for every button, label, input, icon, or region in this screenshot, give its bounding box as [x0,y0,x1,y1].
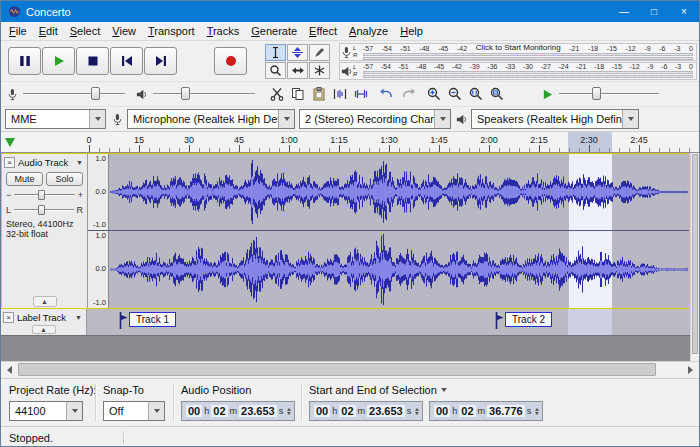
menu-item-transport[interactable]: Transport [142,23,201,39]
label-text[interactable]: Track 1 [129,312,176,327]
track-menu-arrow-icon[interactable]: ▼ [75,314,84,321]
zoom-in-button[interactable] [424,84,444,104]
skip-to-start-button[interactable] [110,47,143,75]
play-button[interactable] [42,47,75,75]
spinner-arrows-icon[interactable] [287,408,291,415]
collapse-track-button[interactable]: ▲ [32,325,56,334]
selection-start-field[interactable]: 00h 02m 23.653s [309,401,423,421]
close-button[interactable]: × [669,1,699,22]
slider-thumb[interactable] [592,87,601,100]
trim-audio-button[interactable] [330,84,350,104]
playback-volume-slider[interactable] [153,85,255,103]
gain-slider[interactable] [14,189,74,201]
spinner-arrows-icon[interactable] [415,408,419,415]
menu-item-select[interactable]: Select [64,23,107,39]
horizontal-scrollbar-track[interactable] [18,362,682,378]
envelope-tool-button[interactable] [287,44,308,61]
spinner-arrows-icon[interactable] [535,408,539,415]
label-track-control-panel: × Label Track ▼ ▲ [1,309,87,335]
paste-icon [311,86,327,102]
time-shift-tool-button[interactable] [287,62,308,79]
track-menu-arrow-icon[interactable]: ▼ [76,159,85,166]
minimize-button[interactable]: — [609,1,639,22]
multi-tool-button[interactable] [309,62,330,79]
pause-button[interactable] [8,47,41,75]
menu-item-effect[interactable]: Effect [303,23,343,39]
monitoring-hint[interactable]: Click to Start Monitoring [476,44,561,52]
cut-button[interactable] [267,84,287,104]
selection-range-label[interactable]: Start and End of Selection [309,384,447,396]
slider-thumb[interactable] [38,205,45,215]
menu-item-analyze[interactable]: Analyze [343,23,394,39]
pan-left-label: L [6,205,11,215]
close-track-button[interactable]: × [4,157,15,168]
recording-meter[interactable]: LR -57-54-51-48-45-42Click to Start Moni… [339,43,697,61]
playback-device-select[interactable]: Speakers (Realtek High Definiti [471,109,639,129]
solo-button[interactable]: Solo [46,172,83,186]
playback-meter[interactable]: LR -57-54-51-48-45-42-39-36-33-30-27-24-… [339,62,697,80]
timeline-pointer-icon[interactable] [5,138,15,147]
copy-button[interactable] [288,84,308,104]
menu-item-help[interactable]: Help [394,23,429,39]
scroll-left-button[interactable] [1,362,18,378]
dropdown-arrow-icon [66,402,82,420]
skip-end-icon [154,54,168,68]
slider-thumb[interactable] [38,190,45,200]
zoom-tool-button[interactable] [265,62,286,79]
dropdown-arrow-icon [434,110,450,128]
menu-item-generate[interactable]: Generate [245,23,303,39]
stop-button[interactable] [76,47,109,75]
audio-track[interactable]: × Audio Track ▼ Mute Solo − + L R [1,153,690,309]
close-track-button[interactable]: × [3,312,14,323]
skip-to-end-button[interactable] [144,47,177,75]
undo-button[interactable] [377,84,397,104]
menu-item-tracks[interactable]: Tracks [201,23,246,39]
audio-position-field[interactable]: 00h 02m 23.653s [181,401,295,421]
record-button[interactable] [214,47,247,75]
recording-channels-select[interactable]: 2 (Stereo) Recording Channels [299,109,451,129]
recording-volume-slider[interactable] [23,85,125,103]
label-track[interactable]: × Label Track ▼ ▲ Track 1Track 2 [1,309,690,336]
redo-button[interactable] [398,84,418,104]
silence-audio-button[interactable] [351,84,371,104]
selection-end-field[interactable]: 00h 02m 36.776s [429,401,543,421]
scroll-right-icon [688,366,693,374]
scroll-right-button[interactable] [682,362,699,378]
horizontal-scrollbar-thumb[interactable] [18,363,656,376]
paste-button[interactable] [309,84,329,104]
snap-to-select[interactable]: Off [103,401,165,421]
track-title[interactable]: Audio Track [15,157,76,168]
label-text[interactable]: Track 2 [505,312,552,327]
selection-tool-button[interactable] [265,44,286,61]
timeline-ruler[interactable]: 01530451:001:151:301:452:002:152:302:45 [1,132,699,153]
menu-item-edit[interactable]: Edit [33,23,64,39]
audacity-window: Concerto — □ × FileEditSelectViewTranspo… [0,0,700,447]
zoom-out-icon [447,86,463,102]
collapse-track-button[interactable]: ▲ [33,296,57,307]
maximize-button[interactable]: □ [639,1,669,22]
vertical-scrollbar[interactable] [690,153,699,361]
audio-host-select[interactable]: MME [5,109,106,129]
pan-slider[interactable] [14,204,73,216]
waveform-left-channel[interactable] [109,154,689,230]
fit-project-button[interactable] [487,84,507,104]
menu-item-file[interactable]: File [3,23,33,39]
waveform-right-channel[interactable] [109,231,689,308]
slider-thumb[interactable] [181,87,190,100]
track-title[interactable]: Label Track [14,312,75,323]
mute-button[interactable]: Mute [6,172,43,186]
zoom-out-button[interactable] [445,84,465,104]
recording-device-select[interactable]: Microphone (Realtek High Defini [127,109,295,129]
project-rate-select[interactable]: 44100 [9,401,83,421]
slider-thumb[interactable] [91,87,100,100]
label-item[interactable]: Track 2 [495,312,552,330]
play-at-speed-button[interactable] [541,88,554,101]
menu-item-view[interactable]: View [106,23,142,39]
horizontal-scrollbar[interactable] [1,361,699,378]
fit-selection-button[interactable] [466,84,486,104]
vertical-scrollbar-thumb[interactable] [692,154,698,354]
label-item[interactable]: Track 1 [119,312,176,330]
play-speed-slider[interactable] [559,85,659,103]
draw-tool-button[interactable] [309,44,330,61]
labels-area[interactable]: Track 1Track 2 [87,309,690,335]
